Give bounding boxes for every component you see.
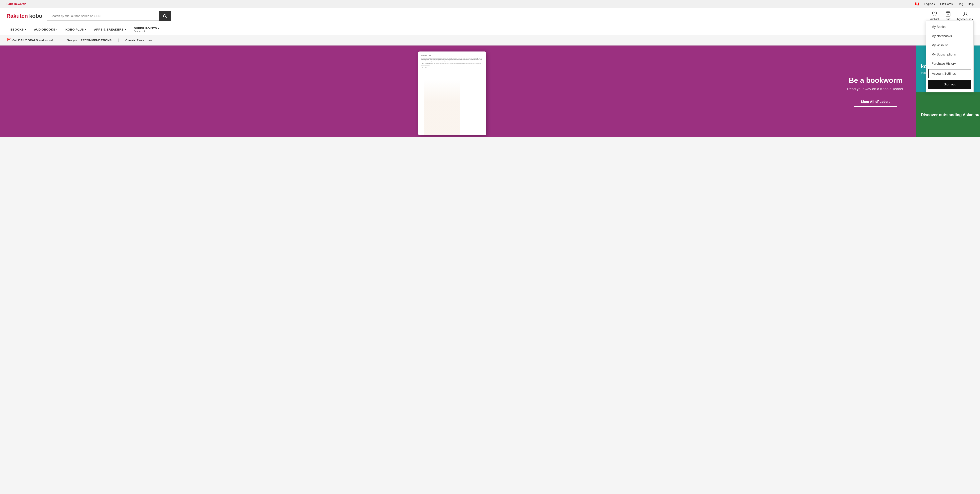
rakuten-kobo-logo[interactable]: Rakuten kobo <box>6 13 42 19</box>
canada-flag-icon: 🇨🇦 <box>915 2 919 6</box>
wishlist-label: Wishlist <box>930 17 939 21</box>
logo-area: Rakuten kobo <box>6 13 42 19</box>
cart-label: Cart <box>946 17 951 21</box>
wishlist-button[interactable]: Wishlist <box>930 11 939 21</box>
hero-title: Be a bookworm <box>847 76 904 85</box>
dropdown-sign-out[interactable]: Sign out <box>928 80 971 89</box>
dropdown-my-subscriptions[interactable]: My Subscriptions <box>926 50 974 59</box>
koboplus-chevron-icon: ▾ <box>85 29 86 30</box>
nav-ebooks[interactable]: eBOOKS ▾ <box>6 24 30 35</box>
apps-chevron-icon: ▾ <box>125 29 126 30</box>
promo-classic-favourites[interactable]: Classic Favourites <box>119 38 158 42</box>
superpoints-chevron-icon: ▾ <box>158 27 159 30</box>
account-icon <box>963 11 968 17</box>
earn-rewards-link[interactable]: Earn Rewards <box>6 2 26 6</box>
header-actions: Wishlist Cart My Account ▲ My Books <box>930 11 974 21</box>
logo-kobo: kobo <box>28 13 42 19</box>
account-chevron-icon: ▲ <box>971 18 974 21</box>
dropdown-account-settings[interactable]: Account Settings <box>928 69 971 78</box>
asian-authors-panel[interactable]: Discover outstanding Asian authors > <box>916 92 980 137</box>
asian-authors-heading: Discover outstanding Asian authors > <box>921 112 980 118</box>
top-bar: Earn Rewards 🇨🇦 English ▾ Gift Cards Blo… <box>0 0 980 8</box>
cart-button[interactable]: Cart <box>945 11 951 21</box>
dropdown-my-books[interactable]: My Books <box>926 22 974 32</box>
nav-super-points[interactable]: SUPER POINTS ▾ Balance: 0 <box>130 24 163 35</box>
top-bar-left: Earn Rewards <box>6 2 26 6</box>
hero-content: Be a bookworm Read your way on a Kobo eR… <box>847 76 904 107</box>
account-dropdown: My Books My Notebooks My Wishlist My Sub… <box>926 21 974 92</box>
dropdown-purchase-history[interactable]: Purchase History <box>926 59 974 68</box>
nav-bar: eBOOKS ▾ AUDIOBOOKS ▾ KOBO PLUS ▾ APPS &… <box>0 24 980 35</box>
language-chevron-icon: ▾ <box>934 2 935 6</box>
flag-icon: 🚩 <box>6 38 11 43</box>
search-bar <box>47 11 171 21</box>
ereader-image: CHAPTER 9 · 1 OF 19 It was pleasant to w… <box>418 51 486 135</box>
svg-line-1 <box>165 17 167 18</box>
logo-rakuten: Rakuten <box>6 13 28 19</box>
person-silhouette <box>424 79 460 135</box>
search-icon <box>162 14 167 18</box>
top-bar-right: 🇨🇦 English ▾ Gift Cards Blog Help <box>915 2 974 6</box>
nav-apps-ereaders[interactable]: APPS & eREADERS ▾ <box>90 24 130 35</box>
my-account-button[interactable]: My Account ▲ My Books My Notebooks My Wi… <box>957 11 974 21</box>
hero-subtitle: Read your way on a Kobo eReader. <box>847 87 904 91</box>
search-input[interactable] <box>47 11 159 21</box>
nav-kobo-plus[interactable]: KOBO PLUS ▾ <box>62 24 90 35</box>
dropdown-my-notebooks[interactable]: My Notebooks <box>926 32 974 41</box>
heart-icon <box>932 11 937 17</box>
hero-main-banner: CHAPTER 9 · 1 OF 19 It was pleasant to w… <box>0 46 916 137</box>
language-selector[interactable]: English ▾ <box>924 2 935 6</box>
svg-point-3 <box>964 12 966 14</box>
hero-section: CHAPTER 9 · 1 OF 19 It was pleasant to w… <box>0 46 980 137</box>
promo-bar: 🚩 Get DAILY DEALS and more! | See your R… <box>0 35 980 46</box>
cart-icon <box>945 11 951 17</box>
language-label: English <box>924 2 933 6</box>
search-button[interactable] <box>159 11 170 21</box>
promo-recommendations[interactable]: See your RECOMMENDATIONS <box>60 38 118 42</box>
dropdown-my-wishlist[interactable]: My Wishlist <box>926 41 974 50</box>
main-header: Rakuten kobo Wishlist Car <box>0 8 980 24</box>
audiobooks-chevron-icon: ▾ <box>56 29 57 30</box>
gift-cards-link[interactable]: Gift Cards <box>940 2 953 6</box>
shop-all-ereaders-button[interactable]: Shop All eReaders <box>854 97 897 107</box>
nav-audiobooks[interactable]: AUDIOBOOKS ▾ <box>30 24 62 35</box>
promo-daily-deals[interactable]: 🚩 Get DAILY DEALS and more! <box>6 38 59 43</box>
help-link[interactable]: Help <box>968 2 974 6</box>
blog-link[interactable]: Blog <box>958 2 963 6</box>
ebooks-chevron-icon: ▾ <box>25 29 26 30</box>
logo-text: Rakuten kobo <box>6 13 42 19</box>
my-account-label: My Account ▲ <box>957 17 974 21</box>
